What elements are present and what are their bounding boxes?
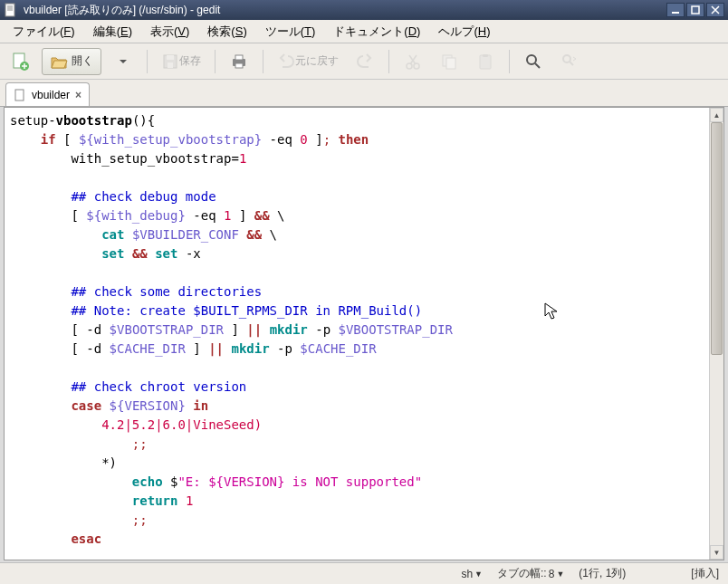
code-editor[interactable]: setup-vbootstrap(){ if [ ${with_setup_vb… — [5, 108, 709, 560]
toolbar-separator — [263, 50, 263, 73]
window-controls — [666, 3, 724, 17]
app-icon — [4, 3, 18, 17]
menu-search[interactable]: 検索(S) — [200, 22, 254, 42]
save-button[interactable]: 保存 — [157, 48, 206, 75]
print-button[interactable] — [225, 48, 254, 75]
svg-rect-15 — [483, 54, 488, 57]
toolbar: 開く 保存 元に戻す — [0, 43, 728, 80]
svg-rect-6 — [168, 62, 173, 68]
scroll-down-button[interactable]: ▼ — [710, 545, 723, 560]
paste-button[interactable] — [471, 48, 500, 75]
menu-tools[interactable]: ツール(T) — [258, 22, 323, 42]
svg-rect-1 — [692, 6, 699, 14]
svg-point-11 — [414, 63, 419, 69]
maximize-button[interactable] — [686, 3, 704, 17]
statusbar: sh ▼ タブの幅:: 8 ▼ (1行, 1列) [挿入] — [0, 562, 728, 584]
cut-button[interactable] — [398, 48, 427, 75]
new-button[interactable] — [5, 48, 34, 75]
menu-file[interactable]: ファイル(F) — [5, 22, 82, 42]
scroll-thumb[interactable] — [711, 122, 723, 355]
svg-rect-18 — [15, 90, 24, 101]
open-button[interactable]: 開く — [42, 48, 101, 75]
close-button[interactable] — [706, 3, 724, 17]
undo-label: 元に戻す — [295, 53, 339, 69]
cursor-position: (1行, 1列) — [579, 566, 626, 581]
menu-view[interactable]: 表示(V) — [143, 22, 196, 42]
copy-button[interactable] — [435, 48, 464, 75]
menu-help[interactable]: ヘルプ(H) — [431, 22, 497, 42]
scroll-up-button[interactable]: ▲ — [710, 108, 723, 122]
svg-point-16 — [527, 55, 536, 64]
find-replace-button[interactable] — [555, 48, 584, 75]
svg-point-10 — [407, 63, 412, 69]
menu-edit[interactable]: 編集(E) — [86, 22, 139, 42]
svg-rect-9 — [235, 63, 243, 68]
open-dropdown[interactable] — [109, 48, 138, 75]
save-label: 保存 — [179, 53, 201, 69]
toolbar-separator — [215, 50, 216, 73]
undo-button[interactable]: 元に戻す — [273, 48, 343, 75]
find-button[interactable] — [519, 48, 548, 75]
editor-container: setup-vbootstrap(){ if [ ${with_setup_vb… — [4, 107, 724, 560]
document-tabbar: vbuilder × — [0, 80, 728, 107]
vertical-scrollbar[interactable]: ▲ ▼ — [709, 108, 723, 560]
svg-rect-5 — [167, 55, 174, 60]
document-tab[interactable]: vbuilder × — [5, 82, 90, 106]
insert-mode: [挿入] — [691, 566, 719, 581]
svg-rect-13 — [446, 58, 455, 69]
tab-label: vbuilder — [32, 89, 70, 101]
tab-width-selector[interactable]: タブの幅:: 8 ▼ — [497, 566, 564, 581]
language-selector[interactable]: sh ▼ — [461, 568, 483, 580]
window-title: vbuilder [読み取りのみ] (/usr/sbin) - gedit — [24, 3, 666, 18]
svg-rect-14 — [480, 55, 491, 69]
tab-close-icon[interactable]: × — [75, 89, 81, 101]
toolbar-separator — [509, 50, 510, 73]
menubar: ファイル(F) 編集(E) 表示(V) 検索(S) ツール(T) ドキュメント(… — [0, 20, 728, 43]
svg-rect-8 — [235, 55, 243, 60]
window-titlebar: vbuilder [読み取りのみ] (/usr/sbin) - gedit — [0, 0, 728, 20]
menu-documents[interactable]: ドキュメント(D) — [326, 22, 427, 42]
minimize-button[interactable] — [666, 3, 685, 17]
file-icon — [14, 89, 26, 101]
open-label: 開く — [72, 53, 93, 69]
toolbar-separator — [147, 50, 148, 73]
svg-point-17 — [563, 55, 570, 62]
scroll-track[interactable] — [710, 122, 723, 545]
redo-button[interactable] — [350, 48, 379, 75]
toolbar-separator — [388, 50, 389, 73]
